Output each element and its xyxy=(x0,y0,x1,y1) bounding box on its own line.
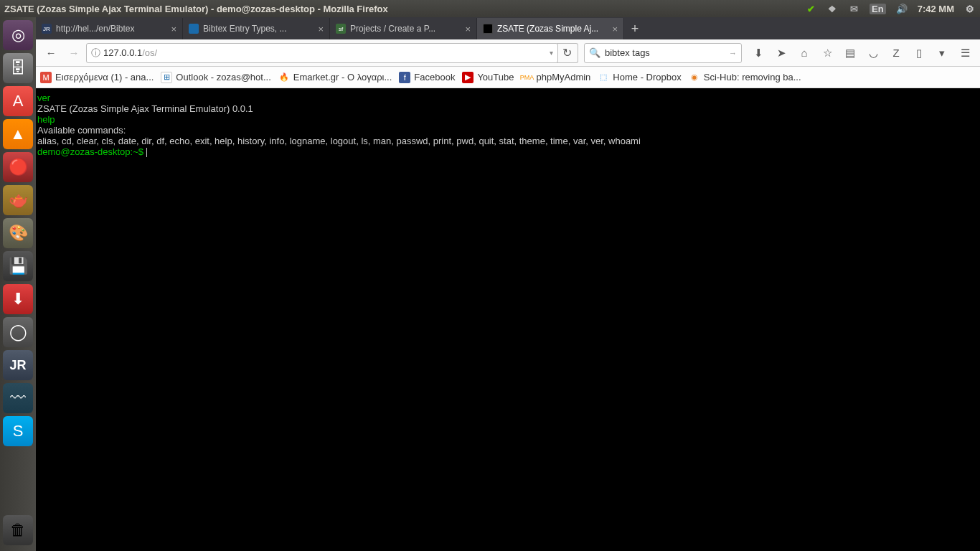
tab-title: ZSATE (Zozas Simple Aj... xyxy=(497,24,606,34)
bookmark-label: phpMyAdmin xyxy=(536,72,590,83)
facebook-icon: f xyxy=(399,72,410,83)
gmail-icon: M xyxy=(40,72,52,83)
bookmark-youtube[interactable]: ▶ YouTube xyxy=(462,72,514,83)
bookmark-phpmyadmin[interactable]: PMA phpMyAdmin xyxy=(521,72,590,83)
url-text: 127.0.0.1/os/ xyxy=(103,47,547,58)
tab-close-icon[interactable]: × xyxy=(169,24,178,34)
tab-favicon-icon: sf xyxy=(336,24,346,34)
pocket-button[interactable]: ◡ xyxy=(862,42,884,64)
bookmark-label: Sci-Hub: removing ba... xyxy=(704,72,801,83)
site-info-icon[interactable]: ⓘ xyxy=(91,47,100,60)
launcher-chrome-icon[interactable]: ◯ xyxy=(3,317,33,347)
launcher-octo-icon[interactable]: 🔴 xyxy=(3,152,33,182)
tab-0[interactable]: JR http://hel.../en/Bibtex × xyxy=(36,18,183,39)
emarket-icon: 🔥 xyxy=(278,72,290,83)
scihub-icon: ◉ xyxy=(689,72,700,83)
bookmark-outlook[interactable]: ⊞ Outlook - zozas@hot... xyxy=(161,72,270,83)
launcher-gimp-icon[interactable]: 🎨 xyxy=(3,218,33,248)
bookmark-scihub[interactable]: ◉ Sci-Hub: removing ba... xyxy=(689,72,801,83)
tab-title: http://hel.../en/Bibtex xyxy=(56,24,165,34)
send-button[interactable]: ➤ xyxy=(771,42,792,64)
outlook-icon: ⊞ xyxy=(161,72,172,83)
launcher-teapot-icon[interactable]: 🫖 xyxy=(3,185,33,215)
tab-favicon-icon xyxy=(483,24,493,34)
bookmark-gmail[interactable]: M Εισερχόμενα (1) - ana... xyxy=(40,72,154,83)
url-dropdown-icon[interactable]: ▾ xyxy=(550,49,553,57)
bookmark-star-button[interactable]: ☆ xyxy=(816,42,838,64)
clock[interactable]: 7:42 MM xyxy=(918,4,954,14)
search-go-icon[interactable]: → xyxy=(729,49,737,57)
url-bar[interactable]: ⓘ 127.0.0.1/os/ ▾ xyxy=(86,43,558,63)
page-button[interactable]: ▯ xyxy=(908,42,930,64)
forward-button[interactable]: → xyxy=(63,42,85,64)
term-out-available: Available commands: xyxy=(37,125,126,136)
launcher-files-icon[interactable]: 🗄 xyxy=(3,53,33,83)
reload-button[interactable]: ↻ xyxy=(557,43,578,63)
launcher-disk-icon[interactable]: 💾 xyxy=(3,251,33,281)
system-indicators: ✔ ❖ ✉ En 🔊 7:42 MM ⚙ xyxy=(805,3,976,14)
bookmark-label: Facebook xyxy=(414,72,455,83)
language-indicator[interactable]: En xyxy=(870,4,886,14)
launcher-skype-icon[interactable]: S xyxy=(3,416,33,446)
dropbox-icon: ⬚ xyxy=(598,72,609,83)
term-out-commands: alias, cd, clear, cls, date, dir, df, ec… xyxy=(37,136,641,146)
dropdown-button[interactable]: ▾ xyxy=(931,42,953,64)
menu-button[interactable]: ☰ xyxy=(954,42,976,64)
system-titlebar: ZSATE (Zozas Simple Ajax Terminal Emulat… xyxy=(0,0,980,17)
bookmarks-list-button[interactable]: ▤ xyxy=(839,42,861,64)
tab-close-icon[interactable]: × xyxy=(463,24,472,34)
window-title: ZSATE (Zozas Simple Ajax Terminal Emulat… xyxy=(4,4,388,14)
launcher-vlc-icon[interactable]: ▲ xyxy=(3,119,33,149)
volume-indicator-icon[interactable]: 🔊 xyxy=(896,3,908,14)
launcher-download-icon[interactable]: ⬇ xyxy=(3,284,33,314)
downloads-button[interactable]: ⬇ xyxy=(748,42,769,64)
check-indicator-icon[interactable]: ✔ xyxy=(805,3,816,14)
bookmark-emarket[interactable]: 🔥 Emarket.gr - Ο λογαρι... xyxy=(278,72,392,83)
tab-bar: JR http://hel.../en/Bibtex × Bibtex Entr… xyxy=(36,17,980,39)
bookmark-label: YouTube xyxy=(477,72,514,83)
search-bar[interactable]: 🔍 bibtex tags → xyxy=(584,43,742,63)
search-input-text: bibtex tags xyxy=(605,47,725,58)
cursor-icon xyxy=(146,148,147,157)
launcher-wave-icon[interactable]: 〰 xyxy=(3,383,33,413)
bookmark-facebook[interactable]: f Facebook xyxy=(399,72,455,83)
tab-2[interactable]: sf Projects / Create a P... × xyxy=(330,18,477,39)
term-cmd-help: help xyxy=(37,114,55,125)
tab-close-icon[interactable]: × xyxy=(611,24,619,34)
unity-launcher: ◎ 🗄 🦊 A ▲ 🔴 🫖 🎨 💾 ⬇ ◯ JR 〰 S 🗑 xyxy=(0,17,36,551)
tab-favicon-icon xyxy=(189,24,199,34)
search-icon: 🔍 xyxy=(589,47,600,58)
youtube-icon: ▶ xyxy=(462,72,473,83)
new-tab-button[interactable]: + xyxy=(624,18,646,39)
term-out-ver: ZSATE (Zozas Simple Ajax Terminal Emulat… xyxy=(37,103,253,114)
back-button[interactable]: ← xyxy=(40,42,62,64)
tab-3-active[interactable]: ZSATE (Zozas Simple Aj... × xyxy=(477,18,624,39)
launcher-trash-icon[interactable]: 🗑 xyxy=(3,515,33,545)
launcher-jr-icon[interactable]: JR xyxy=(3,350,33,380)
tab-close-icon[interactable]: × xyxy=(316,24,325,34)
bookmarks-bar: M Εισερχόμενα (1) - ana... ⊞ Outlook - z… xyxy=(36,67,980,88)
bookmark-label: Εισερχόμενα (1) - ana... xyxy=(55,72,154,83)
nav-toolbar: ← → ⓘ 127.0.0.1/os/ ▾ ↻ 🔍 bibtex tags → … xyxy=(36,39,980,67)
launcher-dash-icon[interactable]: ◎ xyxy=(3,20,33,50)
firefox-window: JR http://hel.../en/Bibtex × Bibtex Entr… xyxy=(36,17,980,551)
tab-1[interactable]: Bibtex Entry Types, ... × xyxy=(183,18,330,39)
launcher-software-icon[interactable]: A xyxy=(3,86,33,116)
dropbox-indicator-icon[interactable]: ❖ xyxy=(826,3,838,14)
tab-title: Projects / Create a P... xyxy=(350,24,459,34)
terminal-output[interactable]: ver ZSATE (Zozas Simple Ajax Terminal Em… xyxy=(36,88,980,551)
mail-indicator-icon[interactable]: ✉ xyxy=(848,3,859,14)
bookmark-label: Outlook - zozas@hot... xyxy=(176,72,270,83)
tab-title: Bibtex Entry Types, ... xyxy=(203,24,312,34)
tab-favicon-icon: JR xyxy=(42,24,52,34)
bookmark-dropbox[interactable]: ⬚ Home - Dropbox xyxy=(598,72,681,83)
term-cmd-ver: ver xyxy=(37,93,50,103)
toolbar-icons: ⬇ ➤ ⌂ ☆ ▤ ◡ Z ▯ ▾ ☰ xyxy=(748,42,976,64)
term-prompt: demo@zozas-desktop:~$ xyxy=(37,146,146,157)
power-indicator-icon[interactable]: ⚙ xyxy=(964,3,976,14)
home-button[interactable]: ⌂ xyxy=(793,42,815,64)
phpmyadmin-icon: PMA xyxy=(521,72,532,83)
zotero-button[interactable]: Z xyxy=(885,42,907,64)
bookmark-label: Home - Dropbox xyxy=(613,72,681,83)
bookmark-label: Emarket.gr - Ο λογαρι... xyxy=(293,72,392,83)
